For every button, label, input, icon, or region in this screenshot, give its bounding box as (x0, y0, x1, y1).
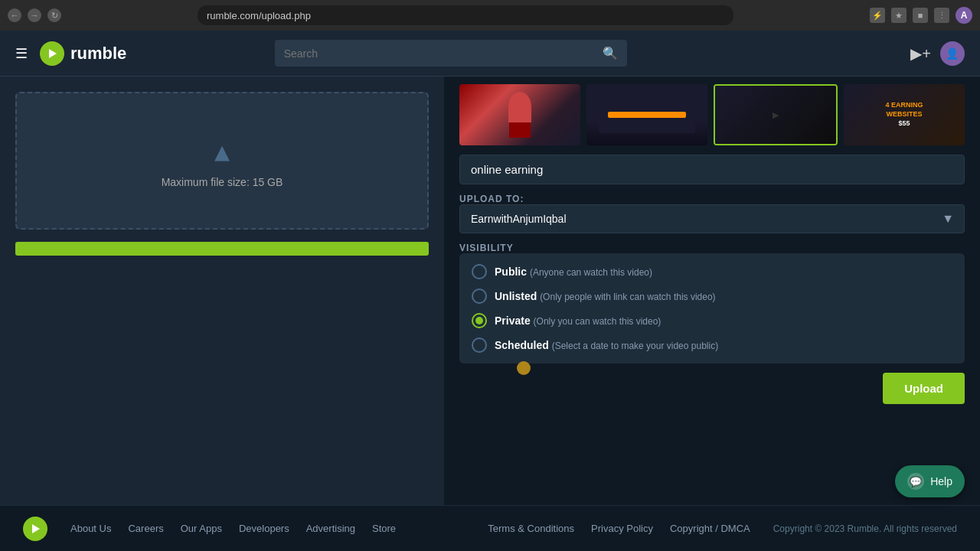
footer-developers[interactable]: Developers (239, 523, 289, 534)
upload-btn-row: Upload (459, 373, 965, 404)
footer-careers[interactable]: Careers (128, 523, 163, 534)
upload-area[interactable]: ▴ Maximum file size: 15 GB (15, 92, 429, 230)
app: ☰ rumble 🔍 ▶+ 👤 ▴ Maximum file size: 15 … (0, 31, 980, 551)
visibility-section-wrapper: VISIBILITY Public (Anyone can watch this… (459, 243, 965, 364)
thumb2-content (586, 84, 707, 145)
thumb3-content: ▶ (715, 86, 836, 144)
upload-to-select[interactable]: EarnwithAnjumIqbal (459, 204, 965, 233)
thumbnail-4[interactable]: 4 EARNINGWEBSITES$55 (844, 84, 965, 145)
visibility-scheduled[interactable]: Scheduled (Select a date to make your vi… (472, 337, 952, 353)
forward-button[interactable]: → (28, 8, 41, 22)
visibility-unlisted[interactable]: Unlisted (Only people with link can watc… (472, 289, 952, 304)
footer-apps[interactable]: Our Apps (181, 523, 222, 534)
add-video-button[interactable]: ▶+ (910, 44, 931, 63)
url-text: rumble.com/upload.php (207, 10, 311, 21)
visibility-private[interactable]: Private (Only you can watch this video) (472, 313, 952, 328)
header: ☰ rumble 🔍 ▶+ 👤 (0, 31, 980, 77)
logo-icon (40, 41, 64, 66)
search-input[interactable] (275, 41, 593, 66)
footer-dmca[interactable]: Copyright / DMCA (670, 523, 750, 534)
private-radio[interactable] (472, 313, 487, 328)
scheduled-label: Scheduled (Select a date to make your vi… (495, 339, 718, 351)
thumbnail-2[interactable] (586, 84, 707, 145)
search-bar[interactable]: 🔍 (275, 40, 627, 67)
thumb1-content (459, 84, 580, 145)
progress-bar-fill (15, 242, 429, 256)
footer-advertising[interactable]: Advertising (306, 523, 355, 534)
footer-copyright: Copyright © 2023 Rumble. All rights rese… (773, 523, 957, 534)
private-label: Private (Only you can watch this video) (495, 315, 661, 327)
back-button[interactable]: ← (8, 8, 21, 22)
upload-to-section: UPLOAD TO: EarnwithAnjumIqbal ▼ (459, 194, 965, 233)
url-bar[interactable]: rumble.com/upload.php (198, 5, 733, 25)
content: ▴ Maximum file size: 15 GB (0, 77, 980, 505)
header-right: ▶+ 👤 (910, 41, 965, 66)
visibility-public[interactable]: Public (Anyone can watch this video) (472, 264, 952, 279)
reload-button[interactable]: ↻ (47, 8, 61, 22)
public-label: Public (Anyone can watch this video) (495, 266, 652, 278)
menu-icon[interactable]: ⋮ (934, 8, 949, 23)
visibility-label: VISIBILITY (459, 243, 965, 253)
footer-logo (23, 517, 47, 541)
scheduled-radio[interactable] (472, 337, 487, 353)
unlisted-label: Unlisted (Only people with link can watc… (495, 290, 716, 302)
help-button[interactable]: 💬 Help (895, 465, 965, 497)
private-radio-dot (475, 317, 483, 324)
footer-links: About Us Careers Our Apps Developers Adv… (70, 523, 488, 534)
upload-to-select-wrapper: EarnwithAnjumIqbal ▼ (459, 204, 965, 233)
help-label: Help (930, 475, 952, 487)
video-title-input[interactable] (459, 155, 965, 184)
footer-legal: Terms & Conditions Privacy Policy Copyri… (488, 523, 750, 534)
extensions-icon[interactable]: ⚡ (870, 8, 885, 23)
public-radio[interactable] (472, 264, 487, 279)
logo[interactable]: rumble (40, 41, 126, 66)
thumbnail-1[interactable] (459, 84, 580, 145)
progress-bar-container (15, 242, 429, 256)
browser-right-icons: ⚡ ★ ■ ⋮ A (870, 7, 972, 24)
unlisted-radio[interactable] (472, 289, 487, 304)
max-file-size-text: Maximum file size: 15 GB (162, 176, 283, 188)
star-icon[interactable]: ★ (891, 8, 906, 23)
thumbnails-row: ▶ 4 EARNINGWEBSITES$55 (459, 84, 965, 145)
browser-chrome: ← → ↻ rumble.com/upload.php ⚡ ★ ■ ⋮ A (0, 0, 980, 31)
footer-store[interactable]: Store (372, 523, 396, 534)
svg-marker-0 (49, 49, 57, 58)
search-button[interactable]: 🔍 (593, 40, 627, 67)
thumbnail-3[interactable]: ▶ (714, 84, 838, 145)
footer: About Us Careers Our Apps Developers Adv… (0, 505, 980, 551)
left-panel: ▴ Maximum file size: 15 GB (0, 77, 444, 505)
visibility-section: Public (Anyone can watch this video) Unl… (459, 253, 965, 364)
puzzle-icon[interactable]: ■ (913, 8, 928, 23)
logo-text: rumble (70, 44, 126, 64)
thumb4-content: 4 EARNINGWEBSITES$55 (844, 84, 965, 145)
footer-terms[interactable]: Terms & Conditions (488, 523, 574, 534)
svg-marker-1 (32, 524, 40, 533)
right-panel: ▶ 4 EARNINGWEBSITES$55 UPLOAD TO: Earnwi… (444, 77, 980, 505)
footer-about[interactable]: About Us (70, 523, 111, 534)
upload-to-label: UPLOAD TO: (459, 194, 965, 204)
user-avatar[interactable]: 👤 (940, 41, 965, 66)
hamburger-icon[interactable]: ☰ (15, 45, 28, 62)
browser-profile[interactable]: A (956, 7, 972, 24)
upload-button[interactable]: Upload (883, 373, 965, 404)
footer-privacy[interactable]: Privacy Policy (591, 523, 653, 534)
help-icon: 💬 (907, 473, 924, 490)
